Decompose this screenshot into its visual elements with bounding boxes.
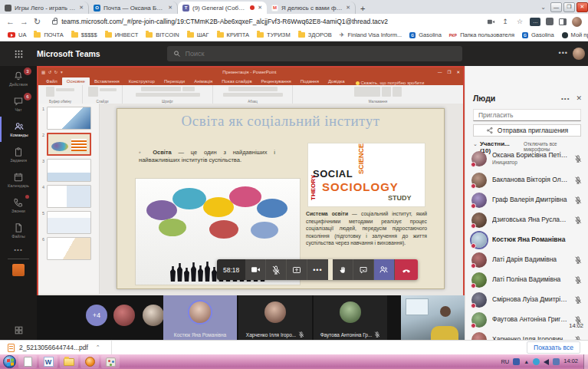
language-indicator[interactable]: RU [501,358,509,365]
rail-item-teams[interactable]: Команды [0,117,37,142]
panel-more-icon[interactable]: ••• [561,95,570,102]
participant-row[interactable]: Дзиговська Яна Русланівна [465,210,588,230]
mute-button[interactable] [266,259,287,280]
participant-row[interactable]: Харченко Ілля Ігорович [465,330,588,340]
ribbon-group-paragraph[interactable]: Абзац [213,85,293,104]
ribbon-group-font[interactable]: Шрифт [123,85,213,104]
rail-item-calls[interactable]: Звонки [0,193,37,218]
ribbon-group-clipboard[interactable]: Буфер обміну [38,85,83,104]
bookmark-folder-money[interactable]: $$$$$ [71,31,97,38]
taskbar-document-app[interactable] [18,355,37,368]
bookmark-ua[interactable]: UA [8,31,26,38]
taskbar-browser-app[interactable] [80,355,99,368]
bookmark-finland-visa[interactable]: ✈Finland Visa Inform... [340,31,402,38]
new-tab-button[interactable]: + [360,3,365,14]
ppt-tab-transitions[interactable]: Переходи [159,77,189,85]
tab-mail[interactable]: O Почта — Оксана Борисівна Пет... ✕ [89,2,178,14]
slide-thumbnail-3[interactable]: 3 [42,159,95,182]
side-panel-icon[interactable] [559,18,567,25]
ppt-tab-view[interactable]: Подання [296,77,324,85]
share-screen-button[interactable] [287,259,307,280]
window-minimize-button[interactable]: — [550,2,562,12]
tab-lego[interactable]: Игры Лего - играть онлайн бес... ✕ [0,2,89,14]
tab-close-icon[interactable]: ✕ [258,5,262,11]
camera-button[interactable] [245,259,266,280]
ppt-minimize-icon[interactable]: — [438,70,442,74]
ppt-restore-icon[interactable]: ❐ [447,70,451,74]
ppt-quick-access-icons[interactable]: ▦ ↺ ↻ ▾ [41,70,64,74]
rail-item-assignments[interactable]: Задания [0,142,37,167]
slide-thumbnail-2-selected[interactable]: 2 [42,133,95,156]
rail-item-calendar[interactable]: Календарь [0,167,37,193]
ribbon-group-drawing[interactable]: Малювання [293,85,463,104]
participant-row[interactable]: Граф Валерія Дмитрівна [465,190,588,210]
reload-icon[interactable]: ↻ [34,17,41,27]
rail-app-tile-icon[interactable] [12,264,25,276]
teams-profile-avatar[interactable] [573,48,585,60]
participant-avatar[interactable] [113,305,135,326]
send-invite-button[interactable]: Отправка приглашения [473,124,581,137]
tray-expand-icon[interactable]: ▲ [524,359,529,364]
forward-icon[interactable]: → [20,17,28,26]
tab-gmail[interactable]: M Я делюсь с вами файлом 2_521... ✕ [267,2,356,14]
ppt-slide-thumbnails[interactable]: 1 2 3 4 5 6 [38,104,100,294]
extensions-puzzle-icon[interactable] [546,18,554,25]
network-icon[interactable] [553,358,560,365]
more-options-button[interactable]: ••• [307,259,328,280]
taskbar-word-app[interactable]: W [39,355,57,368]
show-desktop-button[interactable] [583,354,588,369]
rail-item-files[interactable]: Файлы [0,218,37,243]
header-more-icon[interactable]: ••• [559,49,568,57]
window-maximize-button[interactable]: ❐ [563,2,575,12]
taskbar-clock[interactable]: 14:02 [563,358,578,364]
volume-icon[interactable] [544,359,549,365]
back-icon[interactable]: ← [6,17,15,26]
invite-input[interactable] [473,109,581,121]
overflow-participants-badge[interactable]: +4 [86,305,107,326]
start-button[interactable] [3,355,16,368]
rail-item-chat[interactable]: Чат 6 [0,91,37,117]
ppt-tab-design[interactable]: Конструктор [124,77,159,85]
show-all-downloads-button[interactable]: Показать все [527,341,580,354]
keyboard-layout-icon[interactable] [513,358,520,365]
ppt-close-icon[interactable]: ✕ [456,70,460,74]
bookmark-folder-turizm[interactable]: ТУРИЗМ [257,31,291,38]
ppt-tab-review[interactable]: Рецензування [257,77,296,85]
participant-row[interactable]: Оксана Борисівна ПетіноваИнициатор [465,147,588,170]
hang-up-button[interactable] [395,259,418,280]
bookmark-gasolina-2[interactable]: GGasolina [522,31,554,38]
bookmark-folder-bitcoin[interactable]: BITCOIN [146,31,179,38]
ppt-tab-file[interactable]: Файл [41,77,62,85]
participant-avatar[interactable] [143,305,164,326]
participant-row-speaking[interactable]: Костюк Яна Романівна [465,230,588,250]
bookmark-folder-shag[interactable]: ШАГ [187,31,209,38]
rail-item-activity[interactable]: Действия 3 [0,66,37,91]
ribbon-group-slides[interactable]: Слайди [83,85,123,104]
teams-search-box[interactable] [167,46,462,61]
share-page-icon[interactable]: ↥ [501,17,510,26]
taskbar-paint-app[interactable] [101,355,120,368]
slide-thumbnail-1[interactable]: 1 [42,107,95,130]
slide-thumbnail-4[interactable]: 4 [42,185,95,208]
download-chevron-icon[interactable]: ⌃ [96,344,100,351]
participant-row[interactable]: Латі Поліна Вадимівна [465,270,588,290]
extension-chip-icon[interactable]: ⋯ [530,18,540,26]
bookmark-folder-kripta[interactable]: КРИПТА [217,31,250,38]
ppt-tab-slideshow[interactable]: Показ слайдів [217,77,256,85]
bookmark-gasolina-1[interactable]: GGasolina [409,31,442,38]
tab-close-icon[interactable]: ✕ [346,5,350,11]
participants-button-active[interactable] [374,259,395,280]
ppt-tab-home[interactable]: Основне [62,77,90,85]
browser-profile-avatar[interactable] [572,17,582,27]
app-launcher-waffle-icon[interactable] [0,49,37,59]
tab-close-icon[interactable]: ✕ [168,5,172,11]
bookmark-folder-invest[interactable]: ИНВЕСТ [105,31,139,38]
video-tile-fautova[interactable]: Фаутова Антоніна Гр... [314,295,387,340]
raise-hand-button[interactable] [333,259,353,280]
video-tile-kostyuk[interactable]: Костюк Яна Романівна [163,295,237,340]
participant-row[interactable]: Смірнова Луіза Дмитрівна [465,290,588,310]
bookmark-user-folder[interactable]: РКРПапка пользователя [449,31,514,38]
chat-button[interactable] [353,259,374,280]
bookmark-star-icon[interactable]: ☆ [515,17,524,26]
rail-more-icon[interactable]: ••• [0,243,37,255]
